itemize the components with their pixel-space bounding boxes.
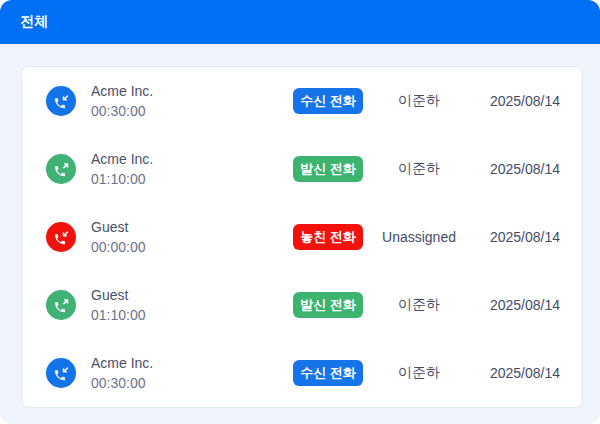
call-date: 2025/08/14: [475, 93, 560, 109]
assignee: 이준하: [363, 296, 475, 314]
caller-cell: Acme Inc. 00:30:00: [46, 354, 293, 393]
call-type-cell: 수신 전화: [293, 360, 363, 386]
call-type-cell: 발신 전화: [293, 156, 363, 182]
call-duration: 00:00:00: [91, 238, 146, 257]
caller-info: Guest 00:00:00: [91, 218, 146, 257]
call-type-badge: 수신 전화: [293, 88, 363, 114]
missed-call-icon: [46, 222, 76, 252]
call-date: 2025/08/14: [475, 297, 560, 313]
caller-info: Acme Inc. 00:30:00: [91, 354, 153, 393]
call-duration: 01:10:00: [91, 306, 146, 325]
call-type-cell: 수신 전화: [293, 88, 363, 114]
caller-name: Acme Inc.: [91, 354, 153, 373]
caller-cell: Acme Inc. 01:10:00: [46, 150, 293, 189]
call-type-cell: 발신 전화: [293, 292, 363, 318]
caller-cell: Acme Inc. 00:30:00: [46, 82, 293, 121]
call-log-row[interactable]: Acme Inc. 00:30:00 수신 전화 이준하 2025/08/14: [46, 339, 560, 407]
call-duration: 00:30:00: [91, 374, 153, 393]
caller-cell: Guest 00:00:00: [46, 218, 293, 257]
call-duration: 00:30:00: [91, 102, 153, 121]
call-log-row[interactable]: Acme Inc. 00:30:00 수신 전화 이준하 2025/08/14: [46, 67, 560, 135]
assignee: 이준하: [363, 92, 475, 110]
incoming-call-icon: [46, 86, 76, 116]
page-title: 전체: [20, 13, 48, 31]
outgoing-call-icon: [46, 154, 76, 184]
call-duration: 01:10:00: [91, 170, 153, 189]
call-log-row[interactable]: Acme Inc. 01:10:00 발신 전화 이준하 2025/08/14: [46, 135, 560, 203]
header-bar: 전체: [0, 0, 600, 44]
call-log-row[interactable]: Guest 00:00:00 놓친 전화 Unassigned 2025/08/…: [46, 203, 560, 271]
call-type-badge: 수신 전화: [293, 360, 363, 386]
call-date: 2025/08/14: [475, 365, 560, 381]
caller-name: Guest: [91, 218, 146, 237]
incoming-call-icon: [46, 358, 76, 388]
call-log-row[interactable]: Guest 01:10:00 발신 전화 이준하 2025/08/14: [46, 271, 560, 339]
caller-cell: Guest 01:10:00: [46, 286, 293, 325]
assignee: Unassigned: [363, 229, 475, 245]
call-date: 2025/08/14: [475, 161, 560, 177]
caller-name: Guest: [91, 286, 146, 305]
caller-info: Acme Inc. 00:30:00: [91, 82, 153, 121]
call-type-badge: 놓친 전화: [293, 224, 363, 250]
call-date: 2025/08/14: [475, 229, 560, 245]
assignee: 이준하: [363, 160, 475, 178]
caller-info: Guest 01:10:00: [91, 286, 146, 325]
call-type-badge: 발신 전화: [293, 156, 363, 182]
assignee: 이준하: [363, 364, 475, 382]
call-log-window: 전체 Acme Inc. 00:30:00 수신 전화: [0, 0, 600, 424]
call-type-badge: 발신 전화: [293, 292, 363, 318]
caller-info: Acme Inc. 01:10:00: [91, 150, 153, 189]
caller-name: Acme Inc.: [91, 82, 153, 101]
outgoing-call-icon: [46, 290, 76, 320]
call-type-cell: 놓친 전화: [293, 224, 363, 250]
caller-name: Acme Inc.: [91, 150, 153, 169]
call-log-card: Acme Inc. 00:30:00 수신 전화 이준하 2025/08/14: [21, 66, 583, 408]
